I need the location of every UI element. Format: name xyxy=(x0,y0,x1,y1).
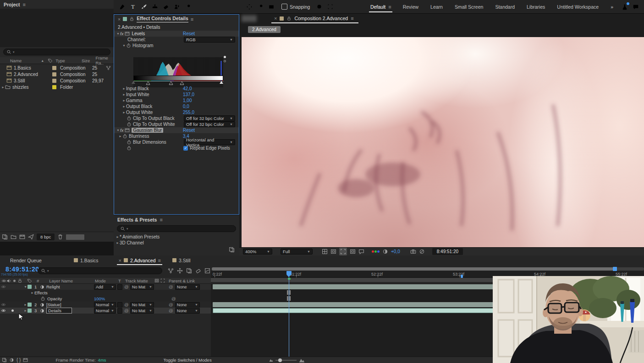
toggle-switches-button[interactable]: Toggle Switches / Modes xyxy=(164,358,212,363)
histogram-row[interactable]: ▾ Histogram xyxy=(114,43,239,49)
column-track-matte[interactable]: Track Matte xyxy=(125,278,148,283)
clip-white-dropdown[interactable]: Off for 32 bpc Color▼ xyxy=(184,121,235,127)
input-black-row[interactable]: ▸Input Black42,0 xyxy=(114,86,239,92)
eye-icon[interactable] xyxy=(1,284,6,289)
playhead-handle[interactable] xyxy=(286,271,292,275)
column-name[interactable]: Name xyxy=(10,58,22,63)
repeat-edge-checkbox[interactable]: ✓ xyxy=(183,146,188,151)
zoom-dropdown[interactable]: 400%▼ xyxy=(243,249,272,255)
braces-icon[interactable]: { } xyxy=(17,358,21,363)
snapshot-camera-icon[interactable] xyxy=(410,249,416,255)
layer-swatch[interactable] xyxy=(28,303,32,307)
workspace-tab-review[interactable]: Review xyxy=(397,0,424,14)
levels-effect-row[interactable]: ▾ fx Levels Reset xyxy=(114,31,239,37)
label-swatch[interactable] xyxy=(52,72,56,76)
film-icon[interactable] xyxy=(23,358,28,363)
region-of-interest-icon[interactable] xyxy=(350,249,356,255)
stopwatch-icon[interactable] xyxy=(127,140,132,145)
workspace-tab-libraries[interactable]: Libraries xyxy=(521,0,551,14)
playhead-line[interactable] xyxy=(289,271,289,357)
column-type[interactable]: Type xyxy=(55,58,65,63)
eraser-tool-icon[interactable] xyxy=(160,1,171,12)
stopwatch-icon[interactable] xyxy=(126,43,131,48)
layer-bar-relight[interactable] xyxy=(213,284,495,289)
trash-icon[interactable] xyxy=(57,234,63,240)
clone-stamp-tool-icon[interactable] xyxy=(149,1,160,12)
workspace-tab-learn[interactable]: Learn xyxy=(424,0,449,14)
matte-dropdown[interactable]: No Mat▼ xyxy=(130,284,154,290)
feedback-chat-icon[interactable] xyxy=(630,1,641,12)
parent-dropdown[interactable]: None▼ xyxy=(175,308,200,314)
panel-menu-icon[interactable]: ≡ xyxy=(160,217,162,222)
layer-name[interactable]: Relight xyxy=(46,284,60,289)
expand-arrow-icon[interactable]: ▸ xyxy=(1,85,5,89)
project-row-advanced[interactable]: 2.Advanced Composition 25 xyxy=(0,71,114,77)
histogram-option-circle[interactable] xyxy=(224,60,226,62)
close-icon[interactable]: × xyxy=(119,258,121,263)
eye-icon[interactable] xyxy=(1,308,6,313)
work-area-start-marker[interactable] xyxy=(288,278,291,280)
preserve-transparency-cell[interactable] xyxy=(117,308,122,314)
composition-viewport[interactable] xyxy=(242,37,644,247)
draft-3d-icon[interactable] xyxy=(177,268,183,274)
input-white-value[interactable]: 137,0 xyxy=(183,92,194,97)
timeline-zoom-slider[interactable] xyxy=(275,360,297,361)
mode-dropdown[interactable]: Normal▼ xyxy=(94,308,116,314)
mask-visibility-icon[interactable] xyxy=(330,249,336,255)
bit-depth-button[interactable]: 8 bpc xyxy=(37,233,55,240)
roto-brush-tool-icon[interactable] xyxy=(171,1,182,12)
workspace-tab-untitled[interactable]: Untitled Workspace xyxy=(551,0,605,14)
workspace-overflow-chevron[interactable]: » xyxy=(605,0,619,14)
render-queue-tab[interactable]: Render Queue xyxy=(10,258,42,263)
stopwatch-icon[interactable] xyxy=(40,296,45,301)
new-composition-icon[interactable] xyxy=(19,234,25,240)
effects-search-input[interactable]: ▾ xyxy=(117,225,236,232)
opacity-property-row[interactable]: Opacity 100% @ xyxy=(0,296,211,302)
snap-options-icon[interactable] xyxy=(314,1,325,12)
effect-controls-header[interactable]: × Effect Controls Details ≡ xyxy=(114,15,239,23)
opacity-value[interactable]: 100% xyxy=(94,296,105,301)
parent-pickwhip-icon[interactable]: @ xyxy=(169,308,173,313)
timeline-tab-basics[interactable]: 1.Basics xyxy=(74,258,99,263)
workspace-bar-icon[interactable] xyxy=(325,1,336,12)
parent-dropdown[interactable]: None▼ xyxy=(175,302,200,308)
show-snapshot-icon[interactable] xyxy=(419,249,425,255)
output-black-handle[interactable] xyxy=(132,81,135,84)
layer-bar-statue[interactable] xyxy=(213,302,495,307)
mode-dropdown[interactable]: Normal▼ xyxy=(94,302,116,308)
new-folder-icon[interactable] xyxy=(11,234,17,240)
timeline-search-input[interactable]: ▾ xyxy=(38,267,162,274)
layer-row-details[interactable]: ▸ 3 Details Normal▼ @ No Mat▼ @ None▼ xyxy=(0,308,211,314)
eye-icon[interactable] xyxy=(1,302,6,307)
layer-row-statue[interactable]: ▸ 2 [Statue] Normal▼ @ No Mat▼ @ None▼ xyxy=(0,302,211,308)
time-navigator-thumb[interactable] xyxy=(212,267,613,271)
panel-menu-icon[interactable]: ≡ xyxy=(351,16,353,21)
viewer-timecode[interactable]: 8:49:51:20 xyxy=(432,248,463,255)
stopwatch-icon[interactable] xyxy=(127,122,132,127)
matte-dropdown[interactable]: No Mat▼ xyxy=(130,308,154,314)
panel-menu-icon[interactable]: ≡ xyxy=(23,2,25,7)
column-number[interactable]: # xyxy=(37,278,39,283)
gamma-value[interactable]: 1,00 xyxy=(183,98,192,103)
world-axis-mode-icon[interactable] xyxy=(255,1,266,12)
stopwatch-icon[interactable] xyxy=(127,146,132,151)
property-pickwhip-icon[interactable]: @ xyxy=(171,296,176,301)
layer-name[interactable]: [Statue] xyxy=(46,302,61,307)
panel-menu-icon[interactable]: ≡ xyxy=(191,16,193,22)
stopwatch-icon[interactable] xyxy=(122,134,127,139)
output-black-value[interactable]: 0,0 xyxy=(183,104,189,109)
current-timecode[interactable]: 8:49:51:20 xyxy=(6,265,39,273)
output-white-handle[interactable] xyxy=(220,81,223,84)
reset-link[interactable]: Reset xyxy=(183,128,195,133)
column-frame-rate[interactable]: Frame Ra.. xyxy=(95,55,114,65)
levels-histogram[interactable] xyxy=(133,57,223,87)
label-swatch[interactable] xyxy=(52,79,56,83)
effect-name-selected[interactable]: Gaussian Blur xyxy=(132,128,163,133)
local-axis-mode-icon[interactable] xyxy=(244,1,255,12)
column-t[interactable]: T xyxy=(118,278,121,283)
layer-swatch[interactable] xyxy=(28,309,32,313)
twirl-right-icon[interactable]: ▸ xyxy=(30,291,34,295)
solo-dot-icon[interactable] xyxy=(11,309,14,312)
column-layer-name[interactable]: Layer Name xyxy=(49,278,73,283)
puppet-pin-tool-icon[interactable] xyxy=(182,1,193,12)
